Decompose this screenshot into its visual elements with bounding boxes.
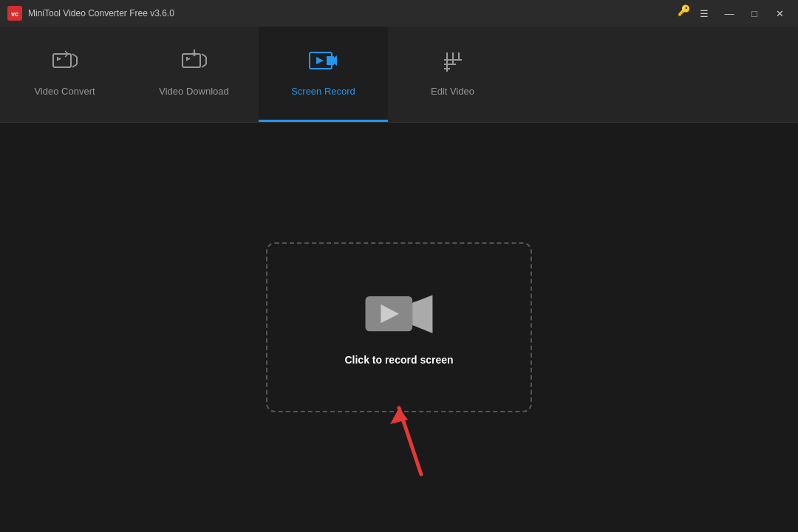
main-content: Click to record screen bbox=[0, 123, 798, 532]
title-bar: vc MiniTool Video Converter Free v3.6.0 … bbox=[0, 0, 798, 27]
tab-label-video-download: Video Download bbox=[159, 86, 228, 97]
tab-label-edit-video: Edit Video bbox=[431, 86, 474, 97]
camera-icon-wrapper bbox=[362, 289, 436, 341]
svg-rect-2 bbox=[53, 54, 71, 67]
title-bar-left: vc MiniTool Video Converter Free v3.6.0 bbox=[7, 6, 174, 21]
svg-text:vc: vc bbox=[11, 10, 18, 18]
video-download-icon bbox=[181, 50, 208, 78]
tab-video-convert[interactable]: Video Convert bbox=[0, 27, 129, 122]
app-logo: vc bbox=[7, 6, 22, 21]
tab-label-screen-record: Screen Record bbox=[291, 86, 355, 97]
arrow-wrapper bbox=[384, 393, 443, 485]
arrow-icon bbox=[384, 393, 443, 482]
close-button[interactable]: ✕ bbox=[768, 4, 791, 22]
svg-line-4 bbox=[72, 64, 77, 67]
tab-screen-record[interactable]: Screen Record bbox=[259, 27, 388, 122]
nav-bar: Video Convert Video Download bbox=[0, 27, 798, 123]
svg-line-8 bbox=[202, 64, 206, 67]
svg-marker-24 bbox=[412, 295, 432, 333]
edit-video-icon bbox=[440, 50, 466, 78]
key-icon: 🔑 bbox=[678, 4, 690, 22]
svg-marker-12 bbox=[316, 57, 324, 64]
maximize-button[interactable]: □ bbox=[743, 4, 765, 22]
tab-video-download[interactable]: Video Download bbox=[129, 27, 259, 122]
svg-line-7 bbox=[202, 54, 206, 57]
screen-record-icon bbox=[309, 50, 338, 78]
svg-line-3 bbox=[72, 54, 77, 57]
svg-rect-6 bbox=[183, 54, 200, 67]
record-box[interactable]: Click to record screen bbox=[266, 242, 532, 412]
hamburger-button[interactable]: ☰ bbox=[693, 4, 715, 22]
camera-record-icon bbox=[362, 289, 436, 341]
video-convert-icon bbox=[52, 50, 78, 78]
record-label: Click to record screen bbox=[344, 354, 453, 366]
title-bar-controls: 🔑 ☰ — □ ✕ bbox=[678, 4, 791, 22]
tab-edit-video[interactable]: Edit Video bbox=[388, 27, 517, 122]
svg-marker-14 bbox=[334, 55, 337, 66]
tab-label-video-convert: Video Convert bbox=[34, 86, 95, 97]
app-title: MiniTool Video Converter Free v3.6.0 bbox=[28, 8, 174, 18]
minimize-button[interactable]: — bbox=[718, 4, 740, 22]
svg-rect-13 bbox=[327, 56, 334, 65]
